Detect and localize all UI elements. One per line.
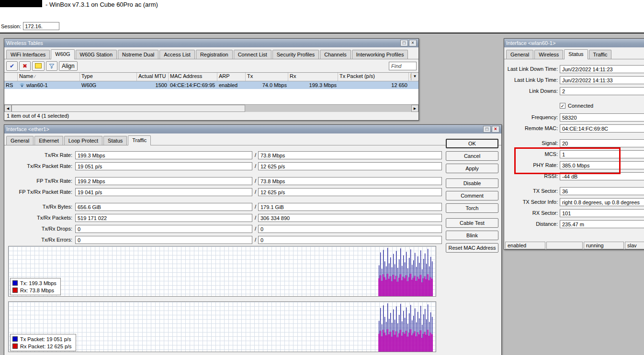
tab-connect-list[interactable]: Connect List bbox=[234, 50, 271, 59]
enable-button[interactable]: ✔ bbox=[6, 61, 18, 71]
column-type[interactable]: Type bbox=[80, 73, 137, 81]
tab-registration[interactable]: Registration bbox=[196, 50, 233, 59]
tab-ethernet[interactable]: Ethernet bbox=[34, 136, 63, 145]
rssi-field[interactable] bbox=[560, 172, 644, 180]
tx-packets-field[interactable] bbox=[75, 214, 252, 222]
rx-drops-field[interactable] bbox=[258, 225, 442, 233]
mcs-field[interactable] bbox=[560, 150, 644, 158]
status-text: 1 item out of 4 (1 selected) bbox=[4, 112, 418, 120]
disable-button[interactable]: ✖ bbox=[19, 61, 31, 71]
column-mac-address[interactable]: MAC Address bbox=[169, 73, 217, 81]
frequency-field[interactable] bbox=[560, 113, 644, 122]
tab-traffic[interactable]: Traffic bbox=[128, 135, 151, 145]
legend-tx-packet: Tx Packet: 19 051 p/s bbox=[20, 336, 71, 342]
connected-checkbox[interactable]: ✓ bbox=[560, 103, 565, 109]
rx-packet-rate-field[interactable] bbox=[258, 162, 442, 170]
tab-wifi-interfaces[interactable]: WiFi Interfaces bbox=[6, 50, 50, 59]
field-label: Tx/Rx Packets: bbox=[8, 215, 72, 221]
tab-channels[interactable]: Channels bbox=[320, 50, 350, 59]
tab-nstreme-dual[interactable]: Nstreme Dual bbox=[118, 50, 158, 59]
tab-wireless[interactable]: Wireless bbox=[534, 50, 563, 59]
tab-interworking-profiles[interactable]: Interworking Profiles bbox=[352, 50, 408, 59]
close-icon[interactable]: × bbox=[409, 40, 417, 46]
reset-mac-address-button[interactable]: Reset MAC Address bbox=[446, 243, 498, 253]
session-input[interactable] bbox=[23, 22, 59, 30]
column-flags[interactable] bbox=[4, 73, 18, 81]
tab-access-list[interactable]: Access List bbox=[159, 50, 195, 59]
signal-field[interactable] bbox=[560, 139, 644, 147]
tx-swatch bbox=[12, 280, 18, 286]
cancel-button[interactable]: Cancel bbox=[446, 151, 498, 161]
restore-icon[interactable]: □ bbox=[483, 126, 491, 133]
scrollbar-track[interactable] bbox=[245, 105, 411, 112]
tab-traffic[interactable]: Traffic bbox=[589, 50, 612, 59]
remote-mac-field[interactable] bbox=[560, 124, 644, 133]
last-link-up-time-field[interactable] bbox=[560, 76, 644, 84]
tx-sector-info-field[interactable] bbox=[560, 198, 644, 206]
link-downs-field[interactable] bbox=[560, 87, 644, 95]
column-dropdown-button[interactable]: ▼ bbox=[411, 73, 418, 80]
tab-loop-protect[interactable]: Loop Protect bbox=[64, 136, 102, 145]
scrollbar-thumb[interactable] bbox=[11, 105, 245, 112]
fp-rx-rate-field[interactable] bbox=[258, 177, 442, 185]
ok-button[interactable]: OK bbox=[446, 139, 498, 148]
window-title: Wireless Tables bbox=[6, 40, 399, 46]
table-row-wlan60-1[interactable]: RS wlan60-1 W60G 1500 04:CE:14:FC:69:95 … bbox=[4, 81, 418, 89]
row-type: W60G bbox=[80, 81, 137, 89]
restore-icon[interactable]: □ bbox=[400, 40, 408, 46]
ether1-titlebar[interactable]: Interface <ether1> □ × bbox=[4, 125, 501, 133]
comment-icon bbox=[35, 63, 42, 68]
disable-button[interactable]: Disable bbox=[446, 178, 498, 188]
last-link-down-time-field[interactable] bbox=[560, 65, 644, 73]
fp-tx-rate-field[interactable] bbox=[75, 177, 252, 185]
tab-general[interactable]: General bbox=[506, 50, 533, 59]
tab-status[interactable]: Status bbox=[564, 49, 588, 59]
tx-rate-field[interactable] bbox=[75, 151, 252, 159]
wireless-tables-titlebar[interactable]: Wireless Tables □ × bbox=[4, 39, 418, 47]
apply-button[interactable]: Apply bbox=[446, 164, 498, 173]
tx-sector-field[interactable] bbox=[560, 187, 644, 195]
scroll-left-button[interactable]: ◀ bbox=[4, 105, 11, 112]
wlan60-titlebar[interactable]: Interface <wlan60-1> bbox=[504, 39, 644, 47]
tab-w60g-station[interactable]: W60G Station bbox=[76, 50, 117, 59]
cable-test-button[interactable]: Cable Test bbox=[446, 218, 498, 228]
comment-button[interactable]: Comment bbox=[446, 191, 498, 200]
tx-drops-field[interactable] bbox=[75, 225, 252, 233]
tab-general[interactable]: General bbox=[6, 136, 34, 145]
blink-button[interactable]: Blink bbox=[446, 231, 498, 240]
torch-button[interactable]: Torch bbox=[446, 203, 498, 213]
rx-rate-field[interactable] bbox=[258, 151, 442, 159]
sort-indicator: ∕ bbox=[34, 74, 35, 79]
distance-field[interactable] bbox=[560, 220, 644, 228]
column-tx[interactable]: Tx bbox=[246, 73, 288, 81]
phy-rate-field[interactable] bbox=[560, 161, 644, 169]
scroll-right-button[interactable]: ▶ bbox=[411, 105, 418, 112]
rx-bytes-field[interactable] bbox=[258, 203, 442, 211]
filter-button[interactable] bbox=[46, 61, 57, 71]
rx-errors-field[interactable] bbox=[258, 236, 442, 244]
tx-bytes-field[interactable] bbox=[75, 203, 252, 211]
align-button[interactable]: Align bbox=[59, 61, 78, 71]
column-tx-packet[interactable]: Tx Packet (p/s) bbox=[338, 73, 409, 81]
field-label: Tx/Rx Packet Rate: bbox=[8, 163, 72, 169]
rx-sector-field[interactable] bbox=[560, 209, 644, 217]
tab-w60g[interactable]: W60G bbox=[51, 49, 74, 59]
wlan60-tabs: General Wireless Status Traffic bbox=[504, 47, 644, 59]
fp-rx-packet-rate-field[interactable] bbox=[258, 188, 442, 196]
column-name[interactable]: Name∕ bbox=[18, 73, 80, 81]
tx-errors-field[interactable] bbox=[75, 236, 252, 244]
close-icon[interactable]: × bbox=[492, 126, 499, 133]
column-actual-mtu[interactable]: Actual MTU bbox=[137, 73, 169, 81]
slash-separator: / bbox=[255, 152, 256, 158]
rx-packets-field[interactable] bbox=[258, 214, 442, 222]
packet-graph-legend: Tx Packet: 19 051 p/s Rx Packet: 12 625 … bbox=[10, 334, 76, 351]
tab-security-profiles[interactable]: Security Profiles bbox=[272, 50, 319, 59]
tab-status[interactable]: Status bbox=[103, 136, 127, 145]
comment-button[interactable] bbox=[32, 61, 45, 71]
tx-packet-rate-field[interactable] bbox=[75, 162, 252, 170]
column-arp[interactable]: ARP bbox=[217, 73, 246, 81]
fp-tx-packet-rate-field[interactable] bbox=[75, 188, 252, 196]
find-input[interactable] bbox=[389, 62, 417, 70]
column-rx[interactable]: Rx bbox=[288, 73, 338, 81]
field-link-downs: Link Downs: bbox=[504, 87, 644, 95]
